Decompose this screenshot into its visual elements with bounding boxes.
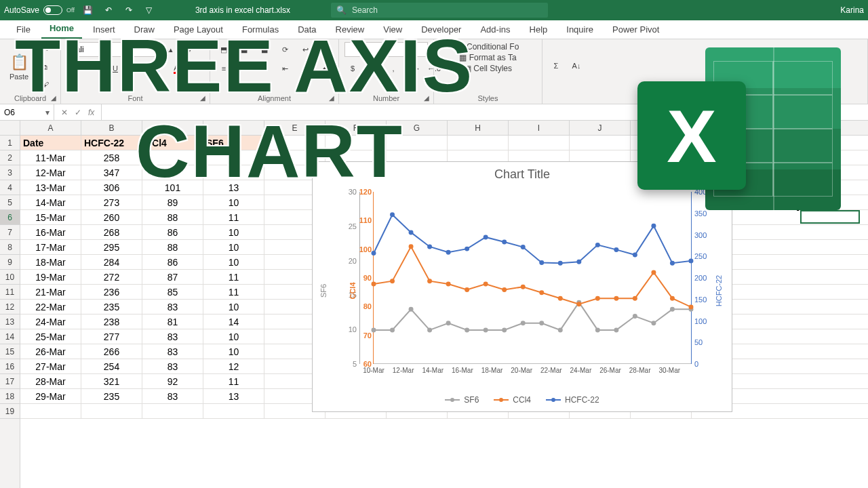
tab-add-ins[interactable]: Add-ins [472, 22, 518, 39]
sort-filter-icon[interactable]: A↓ [568, 58, 585, 73]
cell[interactable]: 10 [203, 225, 264, 239]
cell[interactable]: 86 [142, 255, 203, 269]
autosave-toggle[interactable]: AutoSave Off [4, 5, 75, 15]
cell[interactable]: 16-Mar [20, 225, 81, 239]
cell[interactable]: 11 [203, 285, 264, 299]
cell[interactable]: 10 [203, 344, 264, 359]
cell[interactable]: HCFC-22 [81, 136, 142, 150]
column-header[interactable]: B [81, 121, 142, 135]
column-header[interactable]: J [570, 121, 631, 135]
cell[interactable]: 272 [81, 270, 142, 284]
select-all-corner[interactable] [0, 121, 20, 136]
legend-item[interactable]: HCFC-22 [546, 395, 599, 405]
cell[interactable]: 89 [142, 195, 203, 209]
cell[interactable]: 14-Mar [20, 195, 81, 209]
cell[interactable]: 12 [203, 359, 264, 373]
cell[interactable]: 10 [203, 195, 264, 209]
row-header[interactable]: 4 [0, 180, 20, 195]
cell[interactable]: 260 [81, 210, 142, 224]
cell[interactable] [20, 404, 81, 418]
row-header[interactable]: 3 [0, 165, 20, 180]
cell[interactable]: 11-Mar [20, 150, 81, 165]
row-header[interactable]: 10 [0, 270, 20, 285]
column-header[interactable]: H [448, 121, 509, 135]
cell[interactable]: 10 [203, 255, 264, 269]
row-header[interactable]: 17 [0, 374, 20, 389]
row-header[interactable]: 19 [0, 404, 20, 419]
cell[interactable]: 277 [81, 329, 142, 344]
user-name[interactable]: Karina [840, 5, 864, 15]
cell[interactable]: 238 [81, 314, 142, 329]
row-header[interactable]: 11 [0, 285, 20, 300]
cell[interactable]: 306 [81, 180, 142, 195]
row-header[interactable]: 14 [0, 329, 20, 344]
document-name[interactable]: 3rd axis in excel chart.xlsx [195, 5, 290, 15]
cell[interactable]: 81 [142, 314, 203, 329]
save-icon[interactable]: 💾 [83, 5, 94, 15]
search-box[interactable]: 🔍 Search [331, 3, 548, 18]
row-header[interactable]: 16 [0, 359, 20, 374]
cell[interactable]: 22-Mar [20, 300, 81, 314]
cell[interactable]: 21-Mar [20, 285, 81, 299]
cell[interactable]: 321 [81, 374, 142, 388]
filter-icon[interactable]: ▽ [144, 5, 155, 15]
cell[interactable]: 83 [142, 389, 203, 403]
cell[interactable]: 273 [81, 195, 142, 209]
chevron-down-icon[interactable]: ▾ [45, 108, 50, 117]
cell[interactable]: 266 [81, 344, 142, 359]
cell[interactable]: 83 [142, 300, 203, 314]
cell[interactable]: 235 [81, 389, 142, 403]
cell[interactable]: 347 [81, 165, 142, 180]
cell[interactable]: 88 [142, 210, 203, 224]
cell[interactable] [81, 404, 142, 418]
row-header[interactable]: 15 [0, 344, 20, 359]
cell[interactable]: 258 [81, 150, 142, 165]
cell[interactable]: 13-Mar [20, 180, 81, 195]
column-header[interactable]: A [20, 121, 81, 135]
fx-icon[interactable]: fx [88, 108, 94, 117]
cell[interactable]: 24-Mar [20, 314, 81, 329]
cell[interactable]: 11 [203, 374, 264, 388]
chart-legend[interactable]: SF6 CCl4 HCFC-22 [313, 395, 732, 405]
column-header[interactable]: I [509, 121, 570, 135]
row-header[interactable]: 6 [0, 210, 20, 225]
cell[interactable]: 83 [142, 344, 203, 359]
cell[interactable]: 254 [81, 359, 142, 373]
row-header[interactable]: 8 [0, 240, 20, 255]
legend-item[interactable]: SF6 [445, 395, 479, 405]
cell[interactable]: 18-Mar [20, 255, 81, 269]
row-header[interactable]: 1 [0, 136, 20, 150]
cell[interactable] [203, 404, 264, 418]
cell[interactable]: 14 [203, 314, 264, 329]
cell[interactable]: 15-Mar [20, 210, 81, 224]
cell[interactable] [142, 404, 203, 418]
cell[interactable]: 11 [203, 210, 264, 224]
cell[interactable]: 10 [203, 240, 264, 254]
cell[interactable]: 11 [203, 270, 264, 284]
cancel-icon[interactable]: ✕ [61, 108, 68, 117]
cell[interactable]: 92 [142, 374, 203, 388]
cell[interactable]: 88 [142, 240, 203, 254]
row-header[interactable]: 9 [0, 255, 20, 270]
cell[interactable]: 87 [142, 270, 203, 284]
cell[interactable]: 12-Mar [20, 165, 81, 180]
cell[interactable]: 83 [142, 359, 203, 373]
cell[interactable]: 295 [81, 240, 142, 254]
cell[interactable]: Date [20, 136, 81, 150]
cell[interactable]: 85 [142, 285, 203, 299]
row-header[interactable]: 12 [0, 300, 20, 314]
row-header[interactable]: 2 [0, 150, 20, 165]
cell[interactable] [448, 136, 509, 150]
tab-inquire[interactable]: Inquire [558, 22, 601, 39]
row-header[interactable]: 13 [0, 314, 20, 329]
autosum-icon[interactable]: Σ [548, 58, 564, 73]
redo-icon[interactable]: ↷ [123, 5, 134, 15]
cell[interactable]: 83 [142, 329, 203, 344]
cell[interactable]: 268 [81, 225, 142, 239]
cell[interactable] [509, 136, 570, 150]
cell[interactable]: 27-Mar [20, 359, 81, 373]
cell[interactable]: 25-Mar [20, 329, 81, 344]
cell[interactable]: 10 [203, 329, 264, 344]
legend-item[interactable]: CCl4 [494, 395, 531, 405]
row-header[interactable]: 5 [0, 195, 20, 210]
